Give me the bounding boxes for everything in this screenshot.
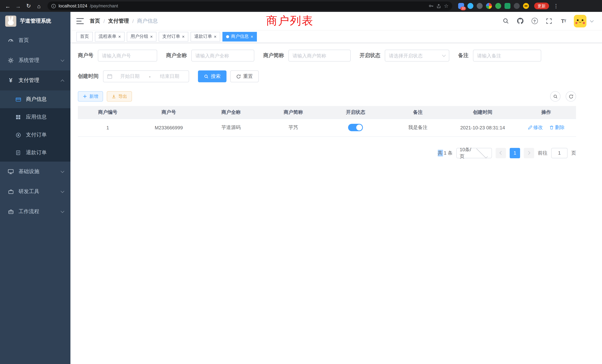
goto-suffix: 页 xyxy=(571,150,576,156)
tab-user-group[interactable]: 用户分组× xyxy=(127,32,156,41)
date-range-picker[interactable]: 开始日期 - 结束日期 xyxy=(103,70,189,82)
toolbox-icon xyxy=(7,189,14,194)
chevron-down-icon xyxy=(61,58,64,62)
merchant-no-input[interactable] xyxy=(102,53,153,58)
browser-refresh-icon[interactable]: ↻ xyxy=(24,2,33,10)
browser-menu-icon[interactable]: ⋮ xyxy=(553,3,559,9)
col-merchant-id: 商户编号 xyxy=(78,106,138,119)
active-dot xyxy=(226,35,229,38)
breadcrumb-home[interactable]: 首页 xyxy=(90,18,100,24)
document-icon xyxy=(15,150,22,155)
sidebar-toggle-icon[interactable] xyxy=(76,18,84,24)
page-size-select[interactable]: 10条/页 xyxy=(456,148,492,158)
filter-row-1: 商户号 商户全称 商户简称 开启状态 xyxy=(78,50,576,62)
sidebar: 芋道管理系统 首页 系统管理 ¥ 支付管理 xyxy=(0,12,70,364)
app-logo[interactable]: 芋道管理系统 xyxy=(0,12,70,30)
full-name-input[interactable] xyxy=(195,53,250,58)
goto-page-input[interactable] xyxy=(551,148,568,158)
close-icon[interactable]: × xyxy=(150,34,153,39)
browser-back-icon[interactable]: ← xyxy=(4,2,12,10)
browser-home-icon[interactable]: ⌂ xyxy=(35,2,43,10)
sidebar-item-app-info[interactable]: 应用信息 xyxy=(0,108,70,126)
tab-refund-order[interactable]: 退款订单× xyxy=(191,32,220,41)
table-header-row: 商户编号 商户号 商户全称 商户简称 开启状态 备注 创建时间 操作 xyxy=(78,106,576,119)
add-button[interactable]: 新增 xyxy=(78,91,103,102)
cell-full-name: 芋道源码 xyxy=(200,119,262,136)
col-create-time: 创建时间 xyxy=(449,106,516,119)
delete-link[interactable]: 删除 xyxy=(549,124,565,131)
sidebar-item-pay-order[interactable]: 支付订单 xyxy=(0,126,70,144)
font-size-icon[interactable]: TT xyxy=(559,17,568,25)
browser-update-button[interactable]: 更新 xyxy=(534,3,549,9)
reset-button[interactable]: 重置 xyxy=(230,70,259,82)
sidebar-item-payment[interactable]: ¥ 支付管理 xyxy=(0,70,70,90)
chevron-down-icon xyxy=(61,209,64,213)
sidebar-item-dev-tools[interactable]: 研发工具 xyxy=(0,182,70,202)
toggle-search-button[interactable] xyxy=(550,91,560,102)
cell-merchant-no: M233666999 xyxy=(138,119,200,136)
col-remark: 备注 xyxy=(387,106,449,119)
sidebar-item-home[interactable]: 首页 xyxy=(0,30,70,50)
cell-actions: 修改 删除 xyxy=(516,119,576,136)
remark-input[interactable] xyxy=(477,53,537,58)
url-bar[interactable]: localhost:1024/pay/merchant ☆ xyxy=(47,1,452,10)
goto-label: 前往 xyxy=(538,150,548,156)
filter-create-time: 创建时间 开始日期 - 结束日期 xyxy=(78,70,189,82)
search-button[interactable]: 搜索 xyxy=(198,70,226,82)
cell-short-name: 芋艿 xyxy=(262,119,324,136)
chevron-down-icon xyxy=(476,147,488,158)
extension-icon[interactable] xyxy=(514,3,520,9)
sidebar-item-refund-order[interactable]: 退款订单 xyxy=(0,144,70,162)
prev-page-button[interactable] xyxy=(496,148,506,158)
profile-avatar-icon[interactable] xyxy=(523,3,529,9)
extension-icon[interactable] xyxy=(467,3,473,9)
status-select[interactable] xyxy=(385,50,449,62)
site-info-icon[interactable] xyxy=(51,3,56,8)
short-name-input[interactable] xyxy=(292,53,347,58)
extension-badge: 10 xyxy=(460,7,466,10)
start-date-placeholder[interactable]: 开始日期 xyxy=(115,73,145,80)
cell-status xyxy=(324,119,387,136)
tab-pay-order[interactable]: 支付订单× xyxy=(159,32,188,41)
browser-forward-icon[interactable]: → xyxy=(14,2,22,10)
payment-submenu: 商户信息 应用信息 支付订单 xyxy=(0,90,70,162)
tab-process-form[interactable]: 流程表单× xyxy=(95,32,125,41)
tab-home[interactable]: 首页 xyxy=(76,32,93,41)
chevron-down-icon xyxy=(61,189,64,193)
header-actions: ? TT xyxy=(502,15,593,27)
next-page-button[interactable] xyxy=(524,148,534,158)
share-icon[interactable] xyxy=(437,3,441,8)
sidebar-item-merchant-info[interactable]: 商户信息 xyxy=(0,90,70,108)
help-icon[interactable]: ? xyxy=(530,17,539,25)
close-icon[interactable]: × xyxy=(251,34,253,39)
sidebar-item-workflow[interactable]: 工作流程 xyxy=(0,202,70,222)
bookmark-star-icon[interactable]: ☆ xyxy=(444,3,449,9)
col-status: 开启状态 xyxy=(324,106,387,119)
github-icon[interactable] xyxy=(516,17,524,25)
extension-icon[interactable] xyxy=(495,3,501,9)
edit-link[interactable]: 修改 xyxy=(528,124,543,131)
sidebar-item-infrastructure[interactable]: 基础设施 xyxy=(0,162,70,182)
extension-icon[interactable]: 10 xyxy=(458,3,464,9)
tab-merchant-info[interactable]: 商户信息× xyxy=(222,32,257,41)
col-actions: 操作 xyxy=(516,106,576,119)
close-icon[interactable]: × xyxy=(182,34,185,39)
refresh-table-button[interactable] xyxy=(566,91,576,102)
breadcrumb-payment[interactable]: 支付管理 xyxy=(108,18,129,24)
search-icon[interactable] xyxy=(502,17,510,25)
chevron-down-icon[interactable] xyxy=(590,19,594,22)
status-toggle[interactable] xyxy=(348,124,363,131)
close-icon[interactable]: × xyxy=(214,34,216,39)
password-key-icon[interactable] xyxy=(429,3,434,9)
extension-icon[interactable] xyxy=(486,3,492,9)
fullscreen-icon[interactable] xyxy=(545,17,553,25)
page-number-button[interactable]: 1 xyxy=(510,148,520,158)
export-button[interactable]: 导出 xyxy=(107,91,132,102)
breadcrumb-merchant-info: 商户信息 xyxy=(137,18,158,24)
end-date-placeholder[interactable]: 结束日期 xyxy=(154,73,185,80)
user-avatar[interactable] xyxy=(574,15,586,27)
sidebar-item-system[interactable]: 系统管理 xyxy=(0,50,70,70)
extension-icon[interactable] xyxy=(477,3,483,9)
extension-icon[interactable] xyxy=(505,3,510,9)
close-icon[interactable]: × xyxy=(118,34,121,39)
